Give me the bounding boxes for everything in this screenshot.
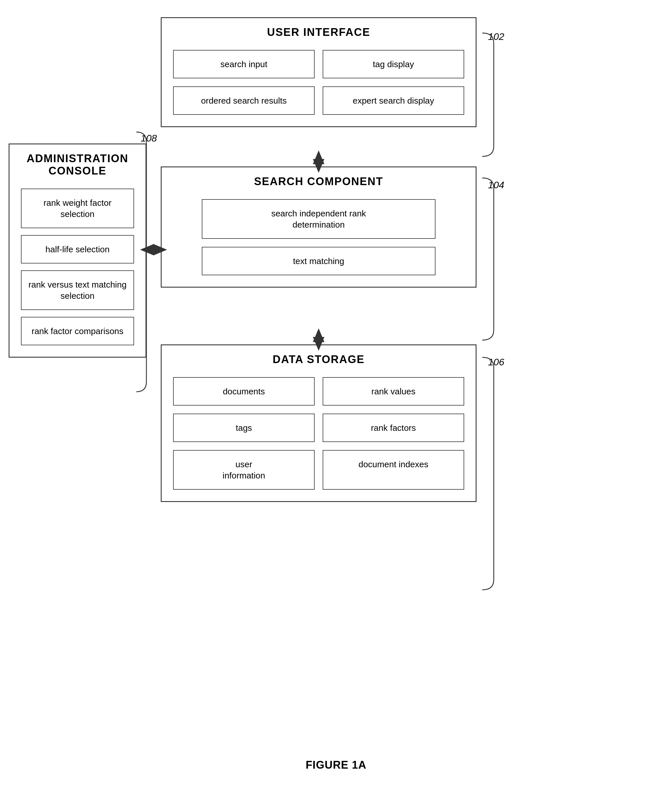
ref-108: 108 xyxy=(141,133,157,144)
admin-console-title: ADMINISTRATION CONSOLE xyxy=(9,144,145,183)
search-input-box: search input xyxy=(173,50,315,78)
ordered-search-results-box: ordered search results xyxy=(173,86,315,115)
ref-102: 102 xyxy=(488,31,504,42)
rank-factors-box: rank factors xyxy=(323,414,464,442)
rank-factor-comparisons-box: rank factor comparisons xyxy=(21,317,134,345)
half-life-selection-box: half-life selection xyxy=(21,235,134,264)
data-storage-title: DATA STORAGE xyxy=(161,345,476,371)
tags-box: tags xyxy=(173,414,315,442)
search-component-box: SEARCH COMPONENT search independent rank… xyxy=(161,166,476,288)
admin-console-box: ADMINISTRATION CONSOLE rank weight facto… xyxy=(9,144,146,358)
documents-box: documents xyxy=(173,377,315,406)
data-storage-grid: documents rank values tags rank factors … xyxy=(161,371,476,501)
search-component-inner: search independent rank determination te… xyxy=(161,193,476,287)
rank-weight-factor-box: rank weight factor selection xyxy=(21,188,134,228)
admin-console-inner: rank weight factor selection half-life s… xyxy=(9,183,145,357)
user-information-box: user information xyxy=(173,450,315,490)
search-component-title: SEARCH COMPONENT xyxy=(161,168,476,193)
ref-106: 106 xyxy=(488,357,504,368)
rank-versus-text-box: rank versus text matching selection xyxy=(21,270,134,310)
tag-display-box: tag display xyxy=(323,50,464,78)
user-interface-grid: search input tag display ordered search … xyxy=(161,44,476,126)
text-matching-box: text matching xyxy=(202,247,435,275)
data-storage-box: DATA STORAGE documents rank values tags … xyxy=(161,345,476,502)
user-interface-box: USER INTERFACE search input tag display … xyxy=(161,17,476,127)
figure-caption: FIGURE 1A xyxy=(306,759,367,771)
user-interface-title: USER INTERFACE xyxy=(161,18,476,44)
rank-values-box: rank values xyxy=(323,377,464,406)
ref-104: 104 xyxy=(488,179,504,191)
expert-search-display-box: expert search display xyxy=(323,86,464,115)
document-indexes-box: document indexes xyxy=(323,450,464,490)
search-independent-rank-box: search independent rank determination xyxy=(202,199,435,239)
